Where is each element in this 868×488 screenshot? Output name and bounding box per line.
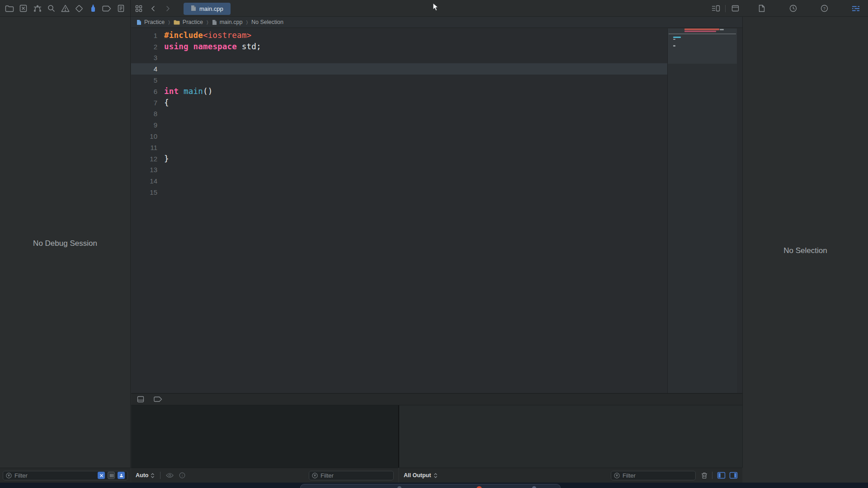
breakpoints-icon[interactable] (102, 4, 112, 14)
reports-icon[interactable] (116, 4, 126, 14)
minimap[interactable] (668, 28, 737, 393)
breadcrumb-item[interactable]: Practice (137, 19, 165, 25)
back-icon[interactable] (148, 4, 158, 14)
minimap-mark (720, 29, 724, 30)
line-number[interactable]: 15 (131, 188, 157, 196)
source-control-icon[interactable] (19, 4, 28, 14)
line-number[interactable]: 10 (131, 132, 157, 140)
line-number[interactable]: 3 (131, 54, 157, 61)
navigator-filter-bar: Filter (0, 468, 131, 483)
line-number[interactable]: 1 (131, 32, 157, 39)
variables-view[interactable] (131, 405, 398, 468)
line-number[interactable]: 11 (131, 144, 157, 151)
minimap-mark (684, 28, 719, 30)
macos-dock[interactable] (300, 484, 561, 488)
minimap-mark (673, 37, 681, 38)
line-number[interactable]: 8 (131, 110, 157, 117)
chevron-updown-icon[interactable] (151, 473, 155, 479)
console-output-dropdown[interactable]: All Output (404, 472, 431, 479)
toggle-console-view-icon[interactable] (729, 472, 738, 479)
code-line[interactable]: 5 (131, 75, 667, 86)
console-filter-input[interactable]: Filter (611, 471, 696, 480)
tab-main-cpp[interactable]: main.cpp (184, 3, 231, 15)
issues-icon[interactable] (60, 4, 70, 14)
search-icon[interactable] (46, 4, 56, 14)
code-line[interactable]: 15 (131, 187, 667, 198)
filter-funnel-icon (312, 473, 318, 479)
code-text: { (157, 98, 169, 107)
info-icon[interactable]: i (179, 472, 185, 479)
code-text: #include<iostream> (157, 31, 251, 40)
breadcrumb-item[interactable]: Practice (174, 19, 203, 25)
console-view[interactable] (399, 405, 742, 468)
history-inspector-icon[interactable] (788, 4, 798, 14)
scope-columns-icon[interactable] (108, 472, 115, 479)
minimap-mark (673, 39, 675, 40)
line-number[interactable]: 13 (131, 166, 157, 174)
navigator-filter-input[interactable]: Filter (3, 471, 128, 480)
code-line[interactable]: 4 (131, 63, 667, 75)
variables-scope-dropdown[interactable]: Auto (136, 472, 148, 479)
inspector-bottom-area (742, 468, 868, 483)
scope-flag-icon[interactable] (118, 472, 125, 479)
file-inspector-icon[interactable] (757, 4, 767, 14)
code-line[interactable]: 11 (131, 142, 667, 153)
document-blue-icon (137, 19, 142, 25)
navigator-icon-strip (0, 0, 131, 17)
symbols-icon[interactable] (33, 4, 42, 14)
code-line[interactable]: 14 (131, 175, 667, 187)
editor-toolbar-icons (711, 0, 740, 17)
code-line[interactable]: 7{ (131, 97, 667, 108)
code-line[interactable]: 6int main() (131, 86, 667, 97)
breadcrumb: Practice〉Practice〉main.cpp〉No Selection (131, 17, 742, 28)
line-number[interactable]: 12 (131, 155, 157, 163)
code-editor[interactable]: 1#include<iostream>2using namespace std;… (131, 28, 742, 393)
minimap-mark (684, 31, 716, 33)
line-number[interactable]: 14 (131, 177, 157, 185)
breadcrumb-label: No Selection (251, 19, 283, 25)
code-lines: 1#include<iostream>2using namespace std;… (131, 30, 667, 198)
tab-overview-icon[interactable] (134, 4, 144, 14)
mouse-cursor (433, 3, 440, 14)
line-number[interactable]: 2 (131, 43, 157, 51)
toggle-variables-view-icon[interactable] (717, 472, 726, 479)
trash-icon[interactable] (701, 472, 708, 479)
code-line[interactable]: 8 (131, 108, 667, 120)
breadcrumb-separator: 〉 (168, 19, 170, 25)
add-editor-icon[interactable] (730, 4, 740, 14)
code-line[interactable]: 12} (131, 153, 667, 164)
forward-icon[interactable] (163, 4, 173, 14)
breakpoint-activation-icon[interactable] (153, 394, 163, 404)
eye-icon[interactable] (166, 473, 174, 478)
breadcrumb-label: Practice (144, 19, 165, 25)
code-line[interactable]: 13 (131, 164, 667, 176)
code-line[interactable]: 3 (131, 52, 667, 64)
line-number[interactable]: 9 (131, 121, 157, 129)
scope-x-icon[interactable] (98, 472, 105, 479)
filter-sliders-icon[interactable] (851, 4, 861, 14)
editor-options-icon[interactable] (711, 4, 721, 14)
variables-filter-input[interactable]: Filter (309, 471, 394, 480)
no-selection-message: No Selection (743, 246, 868, 255)
breadcrumb-item[interactable]: main.cpp (212, 19, 243, 25)
tests-icon[interactable] (74, 4, 84, 14)
svg-text:i: i (182, 474, 183, 478)
breadcrumb-label: main.cpp (220, 19, 243, 25)
folder-icon (174, 20, 180, 25)
line-number[interactable]: 7 (131, 99, 157, 107)
line-number[interactable]: 4 (131, 65, 157, 73)
code-line[interactable]: 10 (131, 131, 667, 142)
code-line[interactable]: 1#include<iostream> (131, 30, 667, 41)
line-number[interactable]: 6 (131, 88, 157, 95)
project-navigator-icon[interactable] (5, 4, 14, 14)
line-number[interactable]: 5 (131, 76, 157, 84)
toggle-debug-area-icon[interactable] (136, 394, 146, 404)
filter-funnel-icon (614, 473, 620, 479)
code-line[interactable]: 2using namespace std; (131, 41, 667, 52)
chevron-updown-icon[interactable] (434, 473, 438, 479)
code-text: int main() (157, 87, 212, 96)
quick-help-icon[interactable]: ? (820, 4, 830, 14)
debug-navigator-icon[interactable] (88, 4, 98, 14)
code-line[interactable]: 9 (131, 119, 667, 131)
breadcrumb-item[interactable]: No Selection (251, 19, 283, 25)
